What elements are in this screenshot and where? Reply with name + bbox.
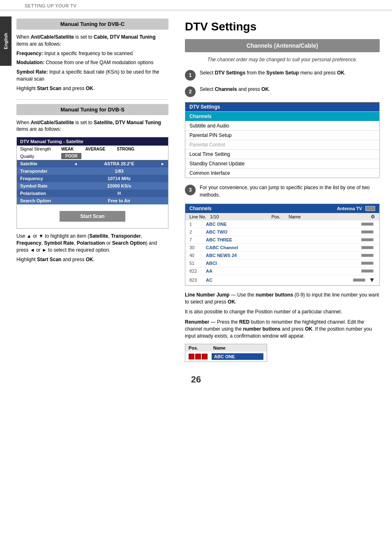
renumber-box-row: ABC ONE: [185, 352, 267, 361]
menu-dtv-settings[interactable]: DTV Settings: [185, 102, 379, 112]
menu-parental-pin[interactable]: Parental PIN Setup: [185, 131, 379, 140]
start-scan-button[interactable]: Start Scan: [60, 211, 125, 222]
step-1-row: 1 Select DTV Settings from the System Se…: [185, 69, 380, 81]
step-3-circle: 3: [185, 185, 196, 195]
menu-subtitle-audio[interactable]: Subtitle and Audio: [185, 121, 379, 131]
channel-row-2[interactable]: 2 ABC TWO: [185, 228, 379, 236]
renumber-pos-header: Pos.: [189, 345, 213, 350]
ch-bar-40: [361, 254, 374, 257]
ch-bar-1: [361, 222, 374, 226]
dvbc-modulation: Modulation: Choose from one of five QAM …: [16, 59, 168, 66]
ch-bar-7: [361, 238, 374, 241]
menu-channels[interactable]: Channels: [185, 112, 379, 121]
menu-local-time[interactable]: Local Time Setting: [185, 150, 379, 159]
ch-pos-822: 822: [189, 269, 206, 273]
channels-panel: Channels Antenna TV Line No. 1/10 Pos. N…: [185, 204, 380, 286]
step-3-num: 3: [189, 187, 191, 193]
transponder-label: Transponder: [20, 169, 74, 174]
step-3-row: 3 For your convenience, you can jump to …: [185, 184, 380, 199]
name-label: Name: [289, 214, 371, 219]
step-1-text: Select DTV Settings from the System Setu…: [200, 69, 380, 76]
pos-label: Pos.: [272, 214, 281, 219]
dtv-settings-title: DTV Settings: [185, 20, 380, 33]
channel-row-823[interactable]: 823 AC ▼: [185, 275, 379, 285]
channel-row-7[interactable]: 7 ABC THREE: [185, 236, 379, 244]
ch-bar-51: [361, 262, 374, 265]
strong-label: STRONG: [117, 147, 134, 151]
ch-name-30: CABC Channel: [206, 245, 361, 250]
ch-bar-822: [361, 269, 374, 273]
ch-pos-1: 1: [189, 222, 206, 227]
transponder-value: 1/83: [74, 169, 165, 174]
dtv-settings-menu: DTV Settings Channels Subtitle and Audio…: [185, 102, 380, 178]
page-header: SETTING UP YOUR TV: [0, 0, 392, 10]
average-label: AVERAGE: [85, 147, 106, 151]
number-cell-3: [202, 354, 208, 359]
renumber-name-header: Name: [213, 345, 263, 350]
quality-label: Quality: [20, 154, 57, 159]
ch-pos-2: 2: [189, 229, 206, 234]
dvbc-highlight: Highlight Start Scan and press OK.: [16, 85, 168, 92]
step-1-circle: 1: [185, 70, 196, 81]
channel-row-40[interactable]: 40 ABC NEWS 24: [185, 252, 379, 259]
dvbs-intro: When Ant/Cable/Satellite is set to Satel…: [16, 119, 168, 133]
search-option-row: Search Option Free to Air: [17, 197, 168, 204]
channel-row-30[interactable]: 30 CABC Channel: [185, 244, 379, 252]
signal-strength-label: Signal Strength: [20, 146, 57, 151]
ch-name-1: ABC ONE: [206, 222, 361, 227]
satellite-label: Satellite: [20, 161, 74, 166]
step-2-text: Select Channels and press OK.: [200, 86, 380, 93]
symbol-rate-value: 22000 KS/s: [74, 183, 165, 188]
dvbc-symbol-rate: Symbol Rate: Input a specific baud rate …: [16, 69, 168, 83]
ch-bar-30: [361, 246, 374, 249]
tuning-table-header: DTV Manual Tuning - Satellite: [17, 137, 168, 146]
search-option-label: Search Option: [20, 198, 74, 203]
ch-name-51: ABCI: [206, 261, 361, 266]
settings-icon: ⚙: [371, 214, 375, 220]
channels-antenna-cable-header: Channels (Antenna/Cable): [185, 39, 380, 52]
satellite-value: ASTRA 28.2°E: [78, 161, 161, 166]
renumber-text: Renumber — Press the RED button to renum…: [185, 319, 380, 339]
step-2-num: 2: [189, 88, 191, 95]
ch-name-2: ABC TWO: [206, 229, 361, 234]
weak-label: WEAK: [61, 147, 74, 151]
menu-parental-control[interactable]: Parental Control: [185, 140, 379, 150]
channels-subheader: Line No. 1/10 Pos. Name ⚙: [185, 213, 379, 220]
ch-name-40: ABC NEWS 24: [206, 253, 361, 258]
position-note: It is also possible to change the Positi…: [185, 308, 380, 315]
frequency-row: Frequency 10714 MHz: [17, 175, 168, 182]
channels-panel-title: Channels: [189, 206, 337, 211]
channel-order-note: The channel order may be changed to suit…: [185, 56, 380, 63]
menu-standby-update[interactable]: Standby Channel Update: [185, 159, 379, 169]
symbol-rate-row: Symbol Rate 22000 KS/s: [17, 182, 168, 190]
section-divider-1: [16, 100, 168, 100]
number-cells: [189, 354, 208, 359]
renumber-name-value: ABC ONE: [212, 353, 263, 360]
transponder-row: Transponder 1/83: [17, 167, 168, 175]
dvbs-highlight: Highlight Start Scan and press OK.: [16, 256, 168, 263]
right-column: DTV Settings Channels (Antenna/Cable) Th…: [177, 14, 392, 366]
satellite-row: Satellite ◄ ASTRA 28.2°E ►: [17, 160, 168, 167]
step-2-circle: 2: [185, 86, 196, 97]
channel-row-822[interactable]: 822 AA: [185, 267, 379, 275]
step-1-num: 1: [189, 72, 191, 78]
quality-row: Quality POOR: [17, 152, 168, 160]
dvbs-section: Manual Tuning for DVB-S When Ant/Cable/S…: [16, 104, 168, 263]
menu-common-interface[interactable]: Common Interface: [185, 169, 379, 178]
antenna-tv-label: Antenna TV: [337, 206, 362, 211]
channel-row-1[interactable]: 1 ABC ONE: [185, 220, 379, 228]
polarisation-label: Polarisation: [20, 191, 74, 196]
left-column: Manual Tuning for DVB-C When Ant/Cable/S…: [0, 14, 177, 366]
dvbc-title: Manual Tuning for DVB-C: [16, 19, 168, 30]
antenna-indicator: [365, 206, 375, 211]
channels-panel-header: Channels Antenna TV: [185, 204, 379, 213]
search-option-value: Free to Air: [74, 198, 165, 203]
poor-badge: POOR: [61, 153, 81, 159]
right-arrow-sat: ►: [161, 162, 165, 166]
dvbs-title: Manual Tuning for DVB-S: [16, 104, 168, 115]
ch-name-822: AA: [206, 269, 361, 273]
channel-row-51[interactable]: 51 ABCI: [185, 259, 379, 267]
sidebar-label: English: [3, 33, 8, 49]
sidebar-language-tab: English: [0, 16, 12, 66]
scroll-indicator: ▼: [369, 276, 375, 284]
